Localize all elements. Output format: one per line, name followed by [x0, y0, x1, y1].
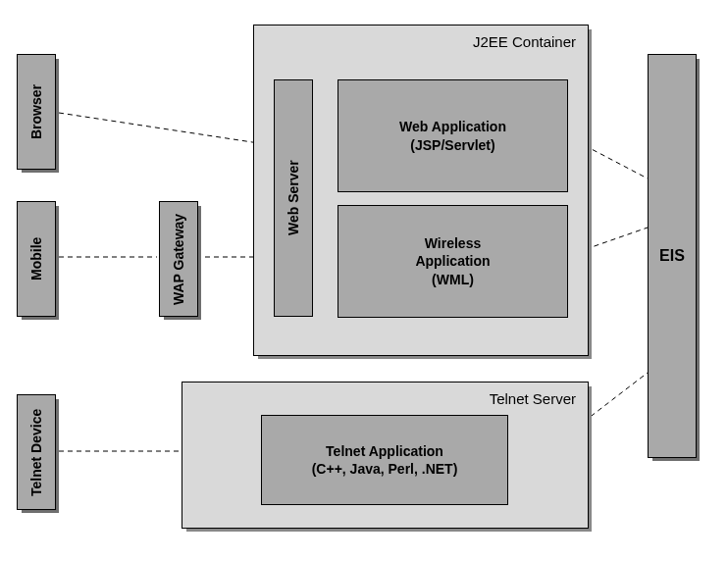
j2ee-container-label: J2EE Container [473, 33, 576, 50]
browser-label: Browser [18, 55, 55, 169]
wireless-app-title1: Wireless [425, 234, 481, 252]
wap-gateway-label: WAP Gateway [160, 202, 197, 316]
telnet-app-sub: (C++, Java, Perl, .NET) [312, 460, 458, 478]
telnet-server-label: Telnet Server [490, 390, 576, 407]
web-server-label: Web Server [275, 80, 312, 316]
wireless-application-node: Wireless Application (WML) [338, 205, 568, 318]
wireless-app-sub: (WML) [432, 271, 474, 288]
browser-node: Browser [17, 54, 56, 170]
telnet-device-label: Telnet Device [18, 395, 55, 509]
eis-node: EIS [648, 54, 697, 458]
telnet-application-label: Telnet Application (C++, Java, Perl, .NE… [262, 416, 507, 504]
wap-gateway-node: WAP Gateway [159, 201, 198, 317]
wireless-app-title2: Application [415, 252, 490, 270]
wireless-application-label: Wireless Application (WML) [338, 206, 567, 317]
svg-line-6 [584, 373, 648, 422]
web-application-node: Web Application (JSP/Servlet) [338, 79, 568, 192]
telnet-app-title: Telnet Application [326, 442, 443, 460]
telnet-server-container: Telnet Server Telnet Application (C++, J… [182, 382, 589, 529]
j2ee-container: J2EE Container Web Server Web Applicatio… [253, 25, 589, 356]
svg-line-0 [59, 113, 272, 145]
mobile-node: Mobile [17, 201, 56, 317]
web-application-label: Web Application (JSP/Servlet) [338, 80, 567, 191]
web-app-sub: (JSP/Servlet) [410, 136, 494, 154]
eis-label: EIS [649, 55, 696, 457]
telnet-application-node: Telnet Application (C++, Java, Perl, .NE… [261, 415, 508, 505]
web-server-node: Web Server [274, 79, 313, 317]
web-app-title: Web Application [399, 118, 506, 135]
mobile-label: Mobile [18, 202, 55, 316]
telnet-device-node: Telnet Device [17, 394, 56, 510]
